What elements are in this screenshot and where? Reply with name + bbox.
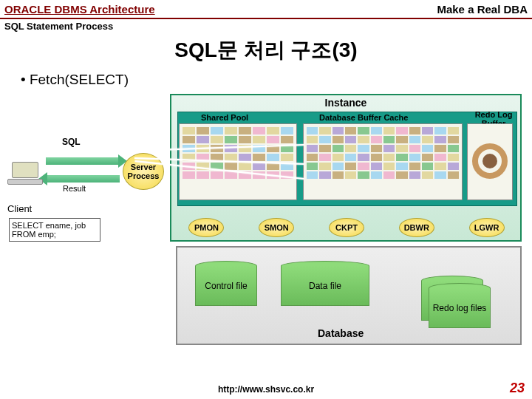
header: ORACLE DBMS Architecture Make a Real DBA [0, 0, 532, 19]
footer-url: http://www.shsvc.co.kr [0, 384, 532, 395]
laptop-icon [7, 162, 43, 187]
instance-label: Instance [171, 95, 520, 110]
control-file-label: Control file [195, 266, 257, 306]
shared-pool-label: Shared Pool [201, 113, 248, 122]
arrow-result [46, 175, 120, 183]
redo-file-cylinder: Redo log files [429, 283, 491, 328]
db-cache-label: Database Buffer Cache [319, 113, 408, 122]
dbc-grid [304, 124, 462, 182]
redo-log-buffer [467, 123, 513, 200]
architecture-diagram: SQL Result Client Server Process SELECT … [7, 94, 525, 360]
page-title: SQL문 처리 구조(3) [0, 36, 532, 64]
header-right: Make a Real DBA [437, 3, 528, 16]
bg-proc-lgwr: LGWR [469, 218, 505, 237]
client-label: Client [7, 203, 32, 214]
database-buffer-cache [303, 123, 463, 200]
control-file-cylinder: Control file [195, 261, 257, 306]
database-label: Database [318, 327, 364, 339]
subhead: SQL Statement Process [0, 19, 532, 33]
arrow-sql [46, 157, 120, 165]
bg-proc-ckpt: CKPT [329, 218, 364, 237]
bullet-fetch: Fetch(SELECT) [0, 72, 532, 88]
redo-ring-icon [472, 143, 508, 179]
result-label: Result [63, 184, 86, 193]
sql-label: SQL [62, 137, 81, 147]
header-left: ORACLE DBMS Architecture [4, 3, 155, 16]
background-processes: PMON SMON CKPT DBWR LGWR [171, 218, 522, 237]
sql-statement: SELECT ename, job FROM emp; [9, 218, 100, 242]
bg-proc-dbwr: DBWR [399, 218, 434, 237]
shared-grid [180, 124, 296, 182]
page-number: 23 [510, 381, 525, 396]
bg-proc-smon: SMON [259, 218, 294, 237]
data-file-cylinder: Data file [281, 261, 369, 306]
redo-files-label: Redo log files [429, 288, 491, 328]
bg-proc-pmon: PMON [188, 218, 224, 237]
data-file-label: Data file [281, 266, 369, 306]
